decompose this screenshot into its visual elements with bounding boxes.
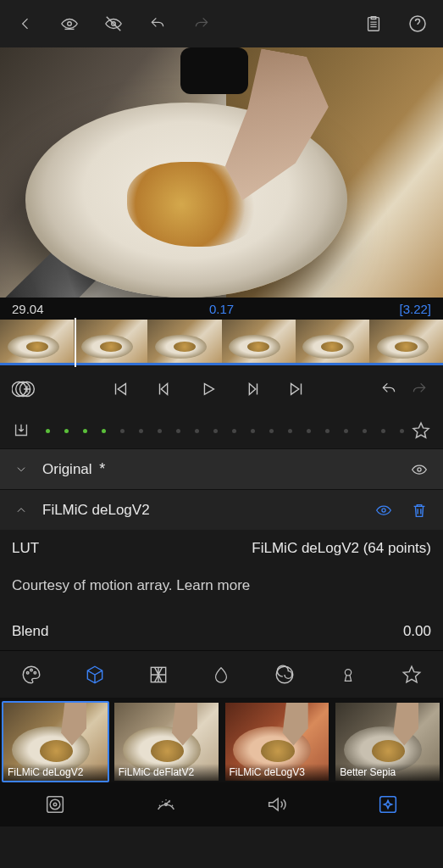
lut-row[interactable]: LUT FiLMiC deLogV2 (64 points)	[0, 530, 443, 567]
timeline-frame[interactable]	[369, 320, 443, 365]
batch-add-icon[interactable]	[12, 377, 39, 401]
help-icon[interactable]	[406, 12, 429, 36]
tab-cube-lut[interactable]	[83, 663, 107, 687]
nav-effects-icon[interactable]	[376, 793, 400, 816]
layer-active-row[interactable]: FiLMiC deLogV2	[0, 489, 443, 530]
clipboard-list-icon[interactable]	[362, 12, 385, 36]
timeline-frame[interactable]	[0, 320, 74, 365]
nav-speed-icon[interactable]	[154, 793, 178, 816]
video-preview[interactable]	[0, 47, 443, 298]
svg-point-17	[54, 803, 58, 806]
transport-controls	[0, 365, 443, 413]
tab-drop[interactable]	[209, 663, 233, 687]
history-redo-icon[interactable]	[407, 377, 431, 401]
svg-point-16	[51, 799, 61, 810]
svg-point-8	[382, 508, 385, 511]
favorite-star-icon[interactable]	[411, 419, 431, 442]
timeline-frame[interactable]	[74, 320, 147, 365]
layer-original-row[interactable]: Original *	[0, 448, 443, 489]
visibility-on-icon[interactable]	[58, 12, 81, 36]
svg-point-10	[30, 669, 33, 671]
nav-audio-icon[interactable]	[265, 793, 289, 816]
timeline-frame[interactable]	[222, 320, 296, 365]
svg-point-11	[34, 671, 36, 674]
blend-row[interactable]: Blend 0.00	[0, 604, 443, 650]
tab-palette[interactable]	[19, 663, 43, 687]
svg-point-9	[27, 671, 30, 674]
history-undo-icon[interactable]	[377, 377, 401, 401]
lut-courtesy[interactable]: Courtesy of motion array. Learn more	[0, 567, 443, 604]
lut-value: FiLMiC deLogV2 (64 points)	[252, 540, 431, 557]
skip-start-button[interactable]	[108, 377, 132, 401]
layer-modified-indicator: *	[99, 460, 105, 477]
time-current[interactable]: 0.17	[44, 302, 400, 316]
nav-input-icon[interactable]	[43, 793, 67, 816]
redo-button[interactable]	[190, 12, 213, 36]
tool-tabs	[0, 650, 443, 698]
timeline-frame[interactable]	[296, 320, 369, 365]
svg-point-14	[345, 669, 351, 675]
tab-keyhole[interactable]	[336, 663, 360, 687]
tab-mosaic[interactable]	[147, 663, 170, 687]
svg-point-0	[68, 22, 72, 26]
time-readout: 29.04 0.17 [3.22]	[0, 298, 443, 320]
preset-filmic-delogv2[interactable]: FiLMiC deLogV2	[2, 701, 109, 782]
lut-label: LUT	[12, 540, 39, 557]
play-button[interactable]	[197, 377, 220, 401]
preset-better-sepia[interactable]: Better Sepia	[334, 701, 441, 782]
blend-value: 0.00	[403, 623, 431, 640]
visibility-off-icon[interactable]	[102, 12, 125, 36]
step-back-button[interactable]	[152, 377, 176, 401]
preset-strip: FiLMiC deLogV2 FiLMiC deFlatV2 FiLMiC de…	[0, 698, 443, 782]
time-range[interactable]: [3.22]	[399, 302, 431, 316]
svg-point-7	[418, 467, 421, 470]
preset-filmic-delogv3[interactable]: FiLMiC deLogV3	[224, 701, 331, 782]
skip-end-button[interactable]	[285, 377, 308, 401]
step-forward-button[interactable]	[241, 377, 264, 401]
undo-button[interactable]	[146, 12, 169, 36]
chevron-down-icon	[12, 464, 30, 476]
chevron-up-icon	[12, 504, 30, 516]
layer-original-label: Original	[42, 461, 92, 477]
timeline-filmstrip[interactable]	[0, 320, 443, 365]
tab-spiral[interactable]	[273, 663, 296, 687]
bottom-nav	[0, 782, 443, 826]
layer-visibility-icon[interactable]	[407, 458, 431, 481]
layer-active-label: FiLMiC deLogV2	[42, 502, 360, 519]
layer-visibility-icon[interactable]	[372, 498, 396, 522]
blend-label: Blend	[12, 623, 48, 640]
tab-star[interactable]	[400, 663, 424, 687]
layer-panel: Original * FiLMiC deLogV2	[0, 448, 443, 530]
download-icon[interactable]	[12, 419, 30, 442]
delete-layer-icon[interactable]	[407, 498, 431, 522]
markers-row	[0, 413, 443, 448]
playhead[interactable]	[75, 318, 76, 367]
preset-filmic-deflatv2[interactable]: FiLMiC deFlatV2	[113, 701, 220, 782]
time-total: 29.04	[12, 302, 44, 316]
top-toolbar	[0, 0, 443, 47]
back-button[interactable]	[14, 12, 37, 36]
timeline-frame[interactable]	[147, 320, 221, 365]
marker-dots[interactable]	[37, 429, 404, 433]
